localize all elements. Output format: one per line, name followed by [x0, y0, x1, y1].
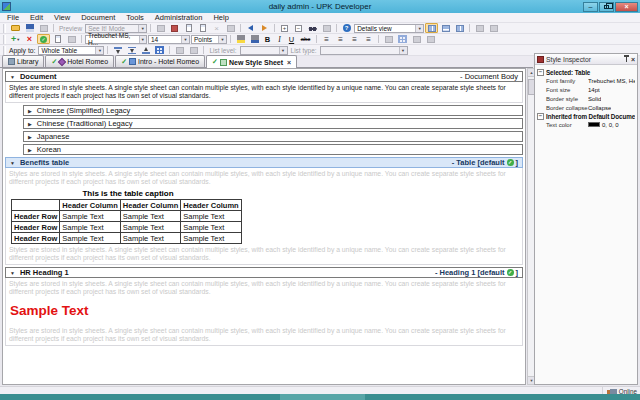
table-cell[interactable]: Sample Text — [181, 233, 241, 244]
merge-cells-button[interactable] — [410, 34, 423, 44]
table-cell[interactable]: Sample Text — [60, 233, 120, 244]
add-style-button[interactable]: +▼ — [9, 34, 22, 44]
tab-library[interactable]: Library — [2, 55, 44, 67]
help-button[interactable]: ? — [340, 23, 353, 33]
font-family-combo[interactable]: Trebuchet MS, H...▼ — [85, 35, 147, 44]
collapse-box-icon[interactable]: − — [537, 69, 544, 76]
print-button[interactable] — [37, 23, 50, 33]
menu-document[interactable]: Document — [81, 13, 115, 22]
details-view-combo[interactable]: Details view▼ — [354, 24, 424, 33]
valign-bottom-button[interactable] — [139, 45, 152, 55]
tab-intro-hotel-romeo[interactable]: ✓ Intro - Hotel Romeo — [115, 55, 205, 67]
paste-button[interactable] — [196, 23, 209, 33]
delete-style-button[interactable]: × — [23, 34, 36, 44]
section-body-benefits-table[interactable]: Styles are stored in style sheets. A sin… — [5, 168, 523, 265]
minimize-button[interactable]: – — [583, 2, 598, 12]
set-default-button[interactable]: ✓ — [37, 34, 50, 44]
insert-table-button[interactable] — [396, 34, 409, 44]
collapse-arrow-icon[interactable]: ▼ — [10, 74, 15, 80]
highlight-color-button[interactable] — [234, 34, 247, 44]
tab-new-style-sheet[interactable]: ✓ New Style Sheet × — [206, 55, 297, 68]
undo-button[interactable] — [244, 23, 257, 33]
expand-arrow-icon[interactable]: ▶ — [28, 134, 32, 140]
valign-top-button[interactable] — [111, 45, 124, 55]
table-header-cell[interactable]: Header Column — [181, 200, 241, 211]
align-right-button[interactable]: ≡ — [348, 34, 361, 44]
table-cell[interactable]: Sample Text — [60, 211, 120, 222]
open-button[interactable] — [9, 23, 22, 33]
list-level-combo[interactable]: ▼ — [240, 46, 288, 55]
table-header-cell[interactable]: Header Row — [12, 211, 60, 222]
expand-arrow-icon[interactable]: ▶ — [28, 147, 32, 153]
inspector-group-selected[interactable]: − Selected: Table — [537, 69, 635, 76]
table-grid-button[interactable] — [153, 45, 166, 55]
table-cell[interactable]: Sample Text — [120, 211, 180, 222]
collapse-arrow-icon[interactable]: ▼ — [10, 270, 15, 276]
pin-icon[interactable] — [626, 57, 627, 62]
find-button[interactable] — [306, 23, 319, 33]
table-cell[interactable]: Sample Text — [120, 233, 180, 244]
section-header-korean[interactable]: ▶ Korean — [23, 144, 523, 155]
style-inspector-titlebar[interactable]: Style Inspector × — [535, 54, 637, 65]
style-properties-button[interactable] — [51, 34, 64, 44]
font-units-combo[interactable]: Points▼ — [191, 35, 227, 44]
menu-view[interactable]: View — [54, 13, 70, 22]
tab-close-icon[interactable]: × — [287, 59, 291, 66]
valign-middle-button[interactable] — [125, 45, 138, 55]
menu-file[interactable]: File — [7, 13, 19, 22]
import-style-button[interactable] — [65, 34, 78, 44]
italic-button[interactable]: I — [274, 34, 285, 44]
expand-arrow-icon[interactable]: ▶ — [28, 108, 32, 114]
align-center-button[interactable]: ≡ — [334, 34, 347, 44]
close-button[interactable]: × — [615, 2, 638, 12]
reset-layout-button[interactable] — [487, 23, 500, 33]
font-size-combo[interactable]: 14▼ — [148, 35, 190, 44]
redo-button[interactable] — [258, 23, 271, 33]
delete-button[interactable]: × — [210, 23, 223, 33]
align-justify-button[interactable]: ≡ — [362, 34, 375, 44]
table-caption[interactable]: This is the table caption — [11, 189, 245, 198]
sample-table[interactable]: Header Column Header Column Header Colum… — [11, 199, 242, 244]
expand-all-button[interactable]: + — [278, 23, 291, 33]
taskbar-window-button[interactable] — [280, 394, 365, 400]
section-header-benefits-table[interactable]: ▼ Benefits table - Table [default ✓ ] — [5, 157, 523, 168]
table-cell[interactable]: Sample Text — [120, 222, 180, 233]
document-properties-button[interactable] — [224, 23, 237, 33]
view-vsplit-button[interactable] — [453, 23, 466, 33]
heading-sample-text[interactable]: Sample Text — [10, 303, 519, 318]
section-header-hr-heading-1[interactable]: ▼ HR Heading 1 - Heading 1 [default ✓ ] — [5, 267, 523, 278]
section-body-hr-heading-1[interactable]: Styles are stored in style sheets. A sin… — [5, 278, 523, 346]
section-header-document[interactable]: ▼ Document - Document Body — [5, 71, 523, 82]
fill-color-button[interactable] — [248, 34, 261, 44]
list-type-combo[interactable]: ▼ — [320, 46, 408, 55]
record-button[interactable] — [168, 23, 181, 33]
restore-button[interactable] — [599, 2, 614, 12]
section-header-chinese-traditional[interactable]: ▶ Chinese (Traditional) Legacy — [23, 118, 523, 129]
replace-button[interactable] — [320, 23, 333, 33]
menu-administration[interactable]: Administration — [155, 13, 203, 22]
table-cell[interactable] — [12, 200, 60, 211]
table-cell[interactable]: Sample Text — [181, 222, 241, 233]
collapse-box-icon[interactable]: − — [537, 113, 544, 120]
align-left-button[interactable]: ≡ — [320, 34, 333, 44]
view-hsplit-button[interactable] — [439, 23, 452, 33]
publish-button[interactable] — [154, 23, 167, 33]
tab-hotel-romeo[interactable]: ✓ Hotel Romeo — [45, 55, 114, 67]
section-header-japanese[interactable]: ▶ Japanese — [23, 131, 523, 142]
underline-button[interactable]: U — [286, 34, 297, 44]
view-columns-button[interactable] — [425, 23, 438, 33]
border-button[interactable] — [382, 34, 395, 44]
collapse-all-button[interactable]: − — [292, 23, 305, 33]
table-header-cell[interactable]: Header Row — [12, 233, 60, 244]
section-body-document[interactable]: Styles are stored in style sheets. A sin… — [5, 82, 523, 103]
section-header-chinese-simplified[interactable]: ▶ Chinese (Simplified) Legacy — [23, 105, 523, 116]
insert-column-button[interactable] — [187, 45, 200, 55]
menu-help[interactable]: Help — [213, 13, 228, 22]
save-button[interactable] — [23, 23, 36, 33]
table-cell[interactable]: Sample Text — [60, 222, 120, 233]
bold-button[interactable]: B — [262, 34, 273, 44]
panel-close-icon[interactable]: × — [631, 56, 635, 63]
windows-taskbar[interactable] — [0, 394, 640, 400]
insert-row-button[interactable] — [173, 45, 186, 55]
table-header-cell[interactable]: Header Column — [60, 200, 120, 211]
